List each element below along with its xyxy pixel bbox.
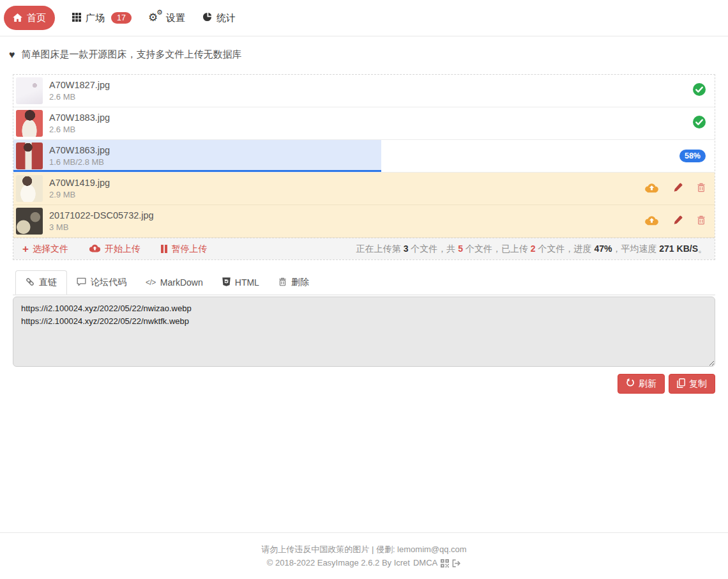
delete-trash-icon[interactable] [697, 183, 706, 195]
edit-pencil-icon[interactable] [673, 215, 683, 228]
code-icon: </> [146, 278, 156, 287]
intro-line: ♥ 简单图床是一款开源图床，支持多文件上传无数据库 [9, 49, 719, 61]
pause-upload-button[interactable]: 暂停上传 [161, 243, 208, 255]
footer-copyright-text: © 2018-2022 EasyImage 2.6.2 By Icret [267, 557, 410, 569]
file-thumbnail[interactable] [16, 77, 43, 104]
pie-chart-icon [202, 12, 212, 24]
nav-stats[interactable]: 统计 [202, 12, 236, 24]
file-name: A70W1863.jpg [49, 144, 110, 156]
output-buttons: 刷新 复制 [13, 374, 715, 394]
html5-icon [222, 277, 231, 288]
tab-delete[interactable]: 删除 [269, 270, 319, 295]
refresh-button[interactable]: 刷新 [618, 374, 665, 394]
copy-button[interactable]: 复制 [669, 374, 715, 394]
check-circle-icon [693, 83, 706, 98]
file-thumbnail[interactable] [16, 208, 43, 235]
cloud-upload-icon[interactable] [644, 182, 659, 196]
link-format-tabs: 直链 论坛代码 </> MarkDown HTML 删除 [13, 270, 715, 295]
file-row-uploading: A70W1863.jpg 1.6 MB/2.8 MB 58% [13, 140, 715, 173]
plaza-count-badge: 17 [111, 12, 132, 24]
tab-direct-link-label: 直链 [39, 277, 57, 288]
logout-icon[interactable] [452, 557, 461, 569]
upload-status-text: 正在上传第 3 个文件，共 5 个文件，已上传 2 个文件，进度 47%，平均速… [356, 243, 707, 255]
tab-markdown[interactable]: </> MarkDown [136, 270, 213, 295]
file-name: A70W1883.jpg [49, 112, 110, 123]
nav-settings[interactable]: ⚙⚙ 设置 [149, 12, 185, 24]
file-size: 2.9 MB [49, 190, 110, 200]
select-files-label: 选择文件 [33, 243, 68, 255]
check-circle-icon [693, 116, 706, 131]
top-navbar: 首页 广场 17 ⚙⚙ 设置 统计 [0, 0, 728, 36]
direct-links-textarea[interactable]: https://i2.100024.xyz/2022/05/22/nwizao.… [13, 297, 715, 367]
trash-icon [278, 277, 287, 288]
link-icon [26, 277, 34, 288]
intro-text: 简单图床是一款开源图床，支持多文件上传无数据库 [22, 49, 242, 61]
upload-dropzone: A70W1827.jpg 2.6 MB A70W1883.jpg 2.6 MB [13, 74, 715, 260]
heart-icon: ♥ [9, 50, 15, 60]
file-row-pending: 20171022-DSC05732.jpg 3 MB [13, 205, 715, 238]
tab-forum-code-label: 论坛代码 [91, 277, 126, 288]
delete-trash-icon[interactable] [697, 215, 706, 228]
nav-home-label: 首页 [27, 12, 46, 24]
grid-icon [72, 13, 81, 24]
file-name: 20171022-DSC05732.jpg [49, 210, 154, 221]
nav-stats-label: 统计 [216, 12, 236, 24]
progress-percent-badge: 58% [679, 150, 706, 163]
plus-icon: + [22, 243, 29, 254]
pause-icon [161, 245, 168, 253]
file-size: 2.6 MB [49, 92, 110, 102]
select-files-button[interactable]: + 选择文件 [22, 243, 68, 255]
file-row: A70W1827.jpg 2.6 MB [13, 75, 715, 107]
comment-icon [77, 277, 86, 288]
file-name: A70W1419.jpg [49, 177, 110, 189]
file-thumbnail[interactable] [16, 143, 43, 169]
start-upload-button[interactable]: 开始上传 [89, 243, 140, 255]
nav-plaza[interactable]: 广场 17 [72, 12, 132, 24]
file-thumbnail[interactable] [16, 110, 43, 137]
nav-settings-label: 设置 [166, 12, 185, 24]
gears-icon: ⚙⚙ [149, 12, 162, 24]
file-row: A70W1883.jpg 2.6 MB [13, 107, 715, 140]
pause-upload-label: 暂停上传 [171, 243, 207, 255]
copy-label: 复制 [689, 378, 707, 390]
nav-home[interactable]: 首页 [4, 6, 55, 30]
start-upload-label: 开始上传 [105, 243, 140, 255]
file-thumbnail[interactable] [16, 175, 43, 202]
qrcode-icon[interactable] [441, 557, 449, 569]
footer-policy-text: 请勿上传违反中国政策的图片 | 侵删: lemomim@qq.com [0, 543, 728, 556]
file-size: 3 MB [49, 222, 154, 233]
tab-delete-label: 删除 [291, 277, 309, 288]
tab-markdown-label: MarkDown [160, 277, 203, 288]
file-row-pending: A70W1419.jpg 2.9 MB [13, 173, 715, 205]
home-icon [13, 13, 22, 24]
upload-action-bar: + 选择文件 开始上传 暂停上传 正在上传第 3 个文件，共 5 个文件，已上传… [13, 238, 715, 259]
file-size: 1.6 MB/2.8 MB [49, 157, 110, 167]
page-footer: 请勿上传违反中国政策的图片 | 侵删: lemomim@qq.com © 201… [0, 532, 728, 575]
nav-plaza-label: 广场 [86, 12, 105, 24]
dmca-link[interactable]: DMCA [413, 557, 437, 569]
file-size: 2.6 MB [49, 125, 110, 135]
refresh-icon [626, 378, 635, 389]
tab-html-label: HTML [235, 277, 259, 288]
refresh-label: 刷新 [639, 378, 656, 390]
cloud-upload-icon [89, 243, 101, 254]
copy-icon [677, 378, 685, 390]
edit-pencil-icon[interactable] [673, 183, 683, 195]
file-name: A70W1827.jpg [49, 79, 110, 91]
cloud-upload-icon[interactable] [644, 215, 659, 228]
tab-html[interactable]: HTML [213, 270, 269, 295]
tab-direct-link[interactable]: 直链 [15, 270, 67, 295]
tab-forum-code[interactable]: 论坛代码 [67, 270, 136, 295]
